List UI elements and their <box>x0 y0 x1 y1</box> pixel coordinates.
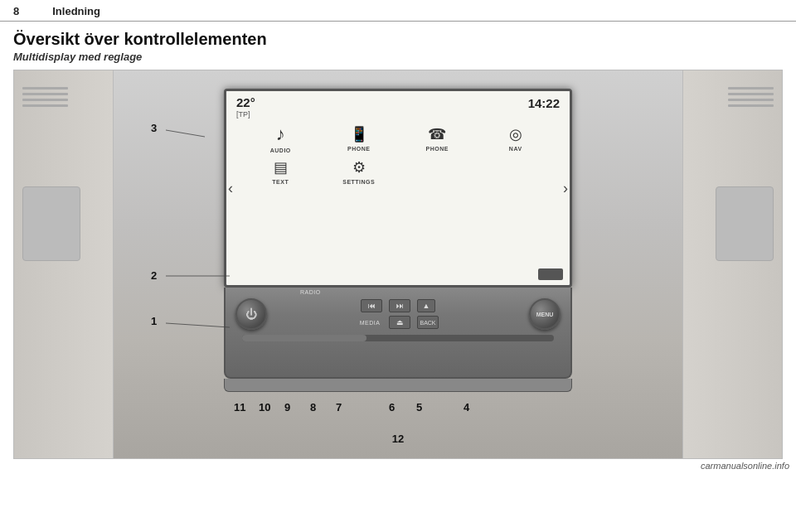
callout-5: 5 <box>416 401 422 414</box>
audio-label: AUDIO <box>270 148 291 153</box>
icon-text[interactable]: ▤ TEXT <box>243 157 318 186</box>
media-label: MEDIA <box>357 320 382 326</box>
callout-10: 10 <box>259 401 270 414</box>
infotainment-screen: 22° [TP] 14:22 ‹ › ♪ AUDIO <box>224 89 572 288</box>
screen-arrow-right[interactable]: › <box>563 180 568 197</box>
icon-nav[interactable]: ◎ NAV <box>478 123 554 153</box>
callout-4: 4 <box>464 401 469 414</box>
phone2-label: PHONE <box>426 146 449 152</box>
control-panel: RADIO ⏻ ⏮ ⏭ ▲ <box>224 288 572 379</box>
settings-icon: ⚙ <box>352 158 366 177</box>
icon-phone2[interactable]: ☎ PHONE <box>400 123 475 153</box>
icon-settings[interactable]: ⚙ SETTINGS <box>322 157 397 186</box>
car-interior: 22° [TP] 14:22 ‹ › ♪ AUDIO <box>14 70 782 458</box>
footer-url: carmanualsonline.info <box>701 461 789 471</box>
callout-2: 2 <box>151 269 157 282</box>
callout-8: 8 <box>310 401 316 414</box>
section-title: Översikt över kontrollelementen <box>0 22 796 51</box>
footer: carmanualsonline.info <box>0 459 796 472</box>
bottom-strip <box>224 379 572 392</box>
side-panel-left <box>14 70 114 458</box>
prev-button[interactable]: ⏮ <box>361 299 382 312</box>
icon-phone1[interactable]: 📱 PHONE <box>322 123 397 153</box>
screen-bottom-button[interactable] <box>538 268 563 280</box>
callout-12: 12 <box>392 433 404 445</box>
side-panel-right <box>682 70 782 458</box>
text-label: TEXT <box>272 179 289 185</box>
screen-temp-area: 22° [TP] <box>236 96 255 118</box>
callout-1: 1 <box>151 315 157 327</box>
screen-temperature: 22° <box>236 96 255 110</box>
menu-knob[interactable]: MENU <box>529 298 561 330</box>
page-number: 8 <box>13 5 19 17</box>
svg-line-2 <box>166 323 230 327</box>
audio-icon: ♪ <box>276 123 285 145</box>
power-knob[interactable]: ⏻ <box>235 298 267 330</box>
menu-label: MENU <box>536 312 554 317</box>
nav-label: NAV <box>509 146 522 152</box>
infotainment-screen-section: 22° [TP] 14:22 ‹ › ♪ AUDIO <box>224 89 572 392</box>
eject-button[interactable]: ⏏ <box>389 316 410 329</box>
section-subtitle: Multidisplay med reglage <box>0 51 796 70</box>
power-icon: ⏻ <box>245 307 257 321</box>
screen-time: 14:22 <box>528 96 560 110</box>
icon-empty2 <box>478 157 554 186</box>
chapter-title: Inledning <box>52 5 100 17</box>
page-header: 8 Inledning <box>0 0 796 22</box>
radio-label: RADIO <box>300 289 321 295</box>
next-button[interactable]: ⏭ <box>389 299 410 312</box>
phone2-icon: ☎ <box>428 125 446 143</box>
main-image-area: 22° [TP] 14:22 ‹ › ♪ AUDIO <box>13 70 783 459</box>
settings-label: SETTINGS <box>342 179 375 185</box>
icons-grid: ♪ AUDIO 📱 PHONE ☎ PHONE ◎ <box>226 120 570 190</box>
icon-audio[interactable]: ♪ AUDIO <box>243 123 318 153</box>
screen-arrow-left[interactable]: ‹ <box>228 180 233 197</box>
svg-line-0 <box>166 130 205 137</box>
callout-9: 9 <box>284 401 290 414</box>
icon-empty1 <box>400 157 475 186</box>
callout-6: 6 <box>389 401 395 414</box>
screen-tp: [TP] <box>236 110 255 118</box>
back-label[interactable]: BACK <box>417 316 439 329</box>
up-button[interactable]: ▲ <box>417 299 435 312</box>
phone1-icon: 📱 <box>350 125 368 143</box>
text-icon: ▤ <box>274 158 288 177</box>
slider-area[interactable] <box>242 335 554 341</box>
callout-3: 3 <box>151 122 157 134</box>
screen-inner: 22° [TP] 14:22 ‹ › ♪ AUDIO <box>226 91 570 285</box>
phone1-label: PHONE <box>347 146 370 152</box>
callout-7: 7 <box>336 401 342 414</box>
callout-11: 11 <box>234 401 245 414</box>
nav-icon: ◎ <box>509 125 522 143</box>
screen-topbar: 22° [TP] 14:22 <box>226 91 570 120</box>
